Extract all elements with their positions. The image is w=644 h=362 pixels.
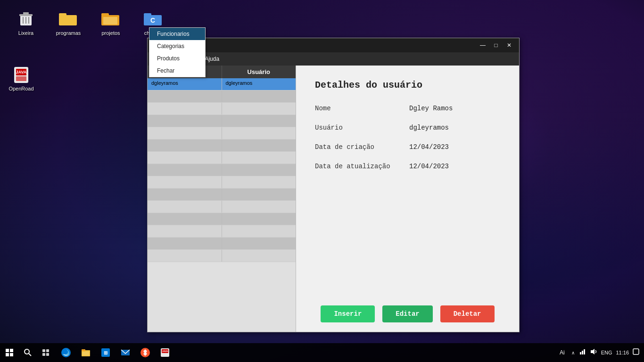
table-row[interactable] bbox=[148, 103, 296, 115]
search-icon bbox=[24, 349, 32, 356]
field-value-data-atualizacao: 12/04/2023 bbox=[409, 163, 449, 170]
desktop-icon-programas[interactable]: programas bbox=[52, 9, 85, 36]
maximize-button[interactable]: □ bbox=[490, 41, 502, 50]
table-row[interactable] bbox=[148, 152, 296, 164]
svg-rect-9 bbox=[101, 13, 109, 16]
field-value-nome: Dgley Ramos bbox=[409, 105, 453, 112]
task-view-button[interactable] bbox=[37, 343, 55, 362]
java-taskbar-icon: JAVA bbox=[160, 347, 170, 358]
table-row[interactable] bbox=[148, 213, 296, 225]
desktop-icon-projetos[interactable]: projetos bbox=[94, 9, 127, 36]
tray-volume-icon[interactable] bbox=[590, 348, 597, 357]
projetos-folder-icon bbox=[101, 9, 120, 28]
taskbar-file-explorer[interactable] bbox=[76, 343, 95, 362]
dropdown-menu: Funcionarios Categorias Produtos Fechar bbox=[149, 27, 206, 77]
svg-rect-6 bbox=[59, 15, 77, 25]
desktop-icon-lixeira[interactable]: Lixeira bbox=[9, 9, 42, 36]
taskbar-mail[interactable] bbox=[116, 343, 135, 362]
tray-show-icons[interactable]: ∧ bbox=[571, 350, 575, 355]
field-label-usuario: Usuário bbox=[315, 124, 409, 132]
taskbar-java[interactable]: JAVA bbox=[156, 343, 174, 362]
svg-text:JAVA: JAVA bbox=[16, 70, 27, 74]
table-panel: Nome Usuário dgleyramos dgleyramos bbox=[148, 66, 296, 332]
inserir-button[interactable]: Inserir bbox=[321, 305, 375, 322]
svg-rect-22 bbox=[42, 349, 45, 352]
start-button[interactable] bbox=[0, 343, 19, 362]
svg-rect-28 bbox=[82, 349, 85, 351]
editar-button[interactable]: Editar bbox=[382, 305, 432, 322]
table-row[interactable] bbox=[148, 189, 296, 201]
action-buttons: Inserir Editar Deletar bbox=[296, 305, 519, 322]
field-value-data-criacao: 12/04/2023 bbox=[409, 143, 449, 151]
window-controls: — □ ✕ bbox=[477, 41, 515, 50]
table-row[interactable] bbox=[148, 225, 296, 238]
table-header-usuario: Usuário bbox=[222, 66, 296, 78]
notification-icon bbox=[633, 348, 639, 355]
taskbar-tray: Ai ∧ ENG 11:16 bbox=[557, 348, 644, 357]
table-cell-nome: dgleyramos bbox=[148, 78, 222, 90]
detail-field-data-atualizacao: Data de atualização 12/04/2023 bbox=[315, 163, 500, 170]
svg-rect-16 bbox=[16, 76, 26, 81]
desktop: Lixeira programas projetos bbox=[0, 0, 644, 362]
taskbar-brave[interactable] bbox=[136, 343, 155, 362]
detail-field-usuario: Usuário dgleyramos bbox=[315, 124, 500, 132]
table-row[interactable] bbox=[148, 164, 296, 176]
field-label-data-criacao: Data de criação bbox=[315, 143, 409, 151]
taskbar-apps: ⊞ JAVA bbox=[55, 343, 557, 362]
svg-rect-38 bbox=[582, 351, 583, 354]
taskbar: ⊞ JAVA bbox=[0, 343, 644, 362]
programas-label: programas bbox=[56, 30, 81, 36]
table-row[interactable] bbox=[148, 127, 296, 140]
network-icon bbox=[578, 348, 586, 355]
windows-logo-icon bbox=[6, 349, 13, 356]
svg-rect-41 bbox=[633, 349, 639, 354]
projetos-label: projetos bbox=[101, 30, 120, 36]
mail-icon bbox=[120, 347, 131, 358]
search-button[interactable] bbox=[19, 343, 37, 362]
svg-rect-29 bbox=[83, 352, 89, 355]
table-row[interactable] bbox=[148, 140, 296, 152]
detail-field-nome: Nome Dgley Ramos bbox=[315, 105, 500, 112]
dropdown-item-produtos[interactable]: Produtos bbox=[149, 52, 205, 65]
close-button[interactable]: ✕ bbox=[503, 41, 515, 50]
svg-rect-2 bbox=[23, 12, 29, 14]
table-row[interactable] bbox=[148, 250, 296, 262]
table-row[interactable] bbox=[148, 90, 296, 103]
taskbar-store[interactable]: ⊞ bbox=[96, 343, 115, 362]
dropdown-item-fechar[interactable]: Fechar bbox=[149, 65, 205, 77]
task-view-icon bbox=[42, 349, 50, 356]
detail-title: Detalhes do usuário bbox=[315, 80, 500, 90]
table-row[interactable] bbox=[148, 115, 296, 127]
minimize-button[interactable]: — bbox=[477, 41, 489, 50]
dropdown-item-funcionarios[interactable]: Funcionarios bbox=[149, 28, 205, 40]
svg-marker-40 bbox=[591, 349, 594, 354]
svg-rect-12 bbox=[144, 13, 151, 16]
svg-text:⊞: ⊞ bbox=[104, 350, 107, 355]
programas-folder-icon bbox=[59, 9, 78, 28]
tray-network-icon[interactable] bbox=[578, 348, 586, 357]
svg-rect-1 bbox=[19, 14, 33, 16]
table-row[interactable] bbox=[148, 238, 296, 250]
store-icon: ⊞ bbox=[100, 347, 111, 358]
table-row[interactable] bbox=[148, 201, 296, 213]
table-row[interactable] bbox=[148, 176, 296, 189]
brave-icon bbox=[140, 347, 150, 358]
desktop-icon-openroad[interactable]: JAVA OpenRoad bbox=[5, 66, 38, 91]
svg-rect-25 bbox=[46, 353, 49, 356]
window-title: OpenRoad bbox=[162, 42, 477, 49]
field-label-nome: Nome bbox=[315, 105, 409, 112]
deletar-button[interactable]: Deletar bbox=[440, 305, 495, 322]
openroad-window: O OpenRoad — □ ✕ Inicio Ordens Ajuda Nom… bbox=[147, 38, 520, 332]
table-row[interactable]: dgleyramos dgleyramos bbox=[148, 78, 296, 90]
java-icon: JAVA bbox=[12, 66, 30, 86]
tray-language-icon[interactable]: ENG bbox=[601, 350, 612, 355]
field-label-data-atualizacao: Data de atualização bbox=[315, 163, 409, 170]
svg-rect-37 bbox=[580, 352, 581, 354]
detail-field-data-criacao: Data de criação 12/04/2023 bbox=[315, 143, 500, 151]
tray-notifications[interactable] bbox=[633, 348, 639, 357]
taskbar-ai-label[interactable]: Ai bbox=[557, 349, 568, 356]
taskbar-edge[interactable] bbox=[57, 343, 75, 362]
dropdown-item-categorias[interactable]: Categorias bbox=[149, 40, 205, 52]
table-cell-usuario: dgleyramos bbox=[222, 78, 296, 90]
channel-folder-icon: C bbox=[144, 9, 163, 28]
